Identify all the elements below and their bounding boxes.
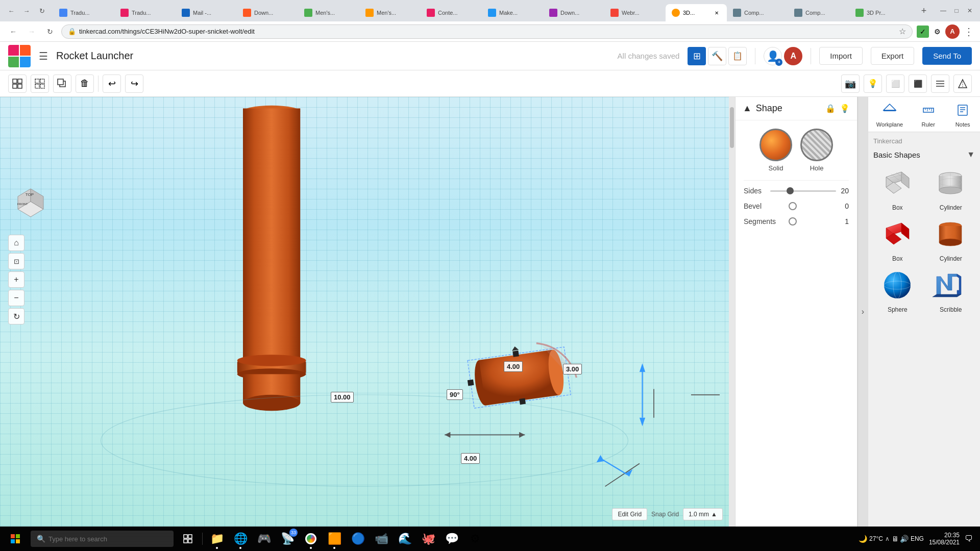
shape-item-sphere[interactable]: Sphere [873,267,922,313]
zoom-out-btn[interactable]: − [8,290,24,306]
reload-button[interactable]: ↻ [35,4,49,18]
new-tab-button[interactable]: + [917,4,931,18]
shape-btn[interactable]: ⬜ [886,74,904,93]
volume-icon[interactable]: 🔊 [900,535,909,543]
ruler-action[interactable]: Ruler [919,101,938,128]
hole-option[interactable]: Hole [800,129,833,172]
book-view-btn[interactable]: 📋 [728,47,747,65]
battery-chevron[interactable]: ∧ [885,535,890,542]
tab-3d-active[interactable]: 3D... ✕ [666,4,727,21]
duplicate-btn[interactable] [53,74,71,93]
profile-avatar[interactable]: A [945,24,960,39]
tab-down1[interactable]: Down... [237,4,298,21]
light-panel-icon[interactable]: 💡 [840,104,850,113]
shape-item-box-wire[interactable]: Box [873,165,922,211]
tab-recib[interactable]: Recib... [911,4,915,21]
taskbar-app-arduino[interactable]: 🔵 [347,528,369,550]
sides-slider[interactable] [770,190,836,192]
browser-menu[interactable]: ⋮ [964,26,974,38]
undo-btn[interactable]: ↩ [103,74,121,93]
tab-3dpr[interactable]: 3D Pr... [849,4,911,21]
tab-close-active[interactable]: ✕ [713,9,721,17]
notes-action[interactable]: Notes [953,101,972,128]
light-btn[interactable]: 💡 [864,74,882,93]
tab-comp2[interactable]: Comp... [788,4,849,21]
lock-panel-icon[interactable]: 🔒 [825,104,836,113]
orientation-cube[interactable]: TOP FRONT [10,184,51,224]
panel-collapse-btn[interactable]: ▲ [743,103,752,114]
notification-btn[interactable]: 🗨 [965,534,973,543]
panel-chevron-btn[interactable]: › [857,97,868,527]
ext-settings[interactable]: ⚙ [931,26,943,38]
edit-grid-btn[interactable]: Edit Grid [612,508,647,520]
address-bar[interactable]: 🔒 ☆ [61,24,913,39]
solid-option[interactable]: Solid [760,129,792,172]
tab-mail[interactable]: Mail -... [176,4,237,21]
ungroup-btn[interactable] [31,74,49,93]
user-avatar[interactable]: A [784,47,802,65]
group-btn[interactable] [8,74,27,93]
ext-green[interactable]: ✓ [917,26,929,38]
workplane-action[interactable]: Workplane [876,101,903,128]
forward-button[interactable]: → [19,4,34,18]
taskbar-app-fusion[interactable]: 🟧 [323,528,346,550]
home-view-btn[interactable]: ⌂ [8,235,24,251]
import-button[interactable]: Import [819,47,863,65]
dark-mode-icon[interactable]: 🌙 [859,535,867,543]
mirror-btn[interactable]: ⬛ [909,74,927,93]
nav-back[interactable]: ← [6,24,20,39]
taskbar-app-settings[interactable]: ⚙ [464,528,486,550]
3d-viewport[interactable]: 10.00 4.00 3.00 4.00 90° TOP FRONT ⌂ ⊡ [0,97,729,527]
library-expand-icon[interactable]: ▼ [967,150,975,159]
taskbar-app-explorer[interactable]: 📁 [206,528,228,550]
shape-item-box-solid[interactable]: Box [873,216,922,262]
start-button[interactable] [3,527,28,551]
taskbar-search[interactable]: 🔍 [31,531,174,547]
segments-circle[interactable] [789,217,797,226]
shape-item-scribble[interactable]: Scribble [927,267,975,313]
align-btn[interactable] [931,74,949,93]
taskbar-app-steam[interactable]: 🎮 [253,528,275,550]
network-icon[interactable]: 🖥 [892,535,899,543]
taskbar-app-chrome2[interactable] [300,528,322,550]
taskbar-app-zoom[interactable]: 📹 [370,528,393,550]
tab-conte[interactable]: Conte... [421,4,482,21]
delete-btn[interactable]: 🗑 [76,74,94,93]
rotate-btn[interactable]: ↻ [8,308,24,324]
tab-mens1[interactable]: Men's... [298,4,359,21]
taskbar-time-date[interactable]: 20:35 15/08/2021 [926,532,963,546]
mirror2-btn[interactable] [953,74,972,93]
zoom-in-btn[interactable]: + [8,271,24,288]
nav-reload[interactable]: ↻ [43,24,57,39]
fit-btn[interactable]: ⊡ [8,253,24,269]
redo-btn[interactable]: ↪ [125,74,143,93]
taskbar-app-signal[interactable]: 📡 33 [276,528,299,550]
snap-value-btn[interactable]: 1.0 mm ▲ [683,508,723,520]
grid-view-btn[interactable]: ⊞ [688,47,706,65]
panel-scrollbar[interactable] [730,107,734,148]
taskbar-app-chrome[interactable]: 🌐 [229,528,252,550]
hammer-view-btn[interactable]: 🔨 [708,47,726,65]
add-user-btn[interactable]: 👤 + [764,47,782,65]
back-button[interactable]: ← [4,4,18,18]
shape-item-cylinder-solid[interactable]: Cylinder [927,216,975,262]
tab-tradukka1[interactable]: Tradu... [53,4,114,21]
tab-tradukka2[interactable]: Tradu... [114,4,176,21]
tab-down2[interactable]: Down... [543,4,604,21]
nav-forward[interactable]: → [24,24,39,39]
url-input[interactable] [79,28,896,35]
camera-btn[interactable]: 📷 [841,74,860,93]
task-view-btn[interactable] [177,528,199,550]
tab-comp1[interactable]: Comp... [727,4,788,21]
bevel-circle[interactable] [789,202,797,210]
taskbar-app-github[interactable]: 🐙 [417,528,439,550]
bookmark-star[interactable]: ☆ [899,27,906,36]
tab-mens2[interactable]: Men's... [359,4,421,21]
export-button[interactable]: Export [871,47,914,65]
send-to-button[interactable]: Send To [922,47,972,65]
tab-make[interactable]: Make... [482,4,543,21]
menu-icon[interactable]: ☰ [39,50,48,62]
taskbar-app-skype[interactable]: 💬 [440,528,463,550]
shape-item-cylinder-wire[interactable]: Cylinder [927,165,975,211]
taskbar-search-input[interactable] [48,535,161,543]
